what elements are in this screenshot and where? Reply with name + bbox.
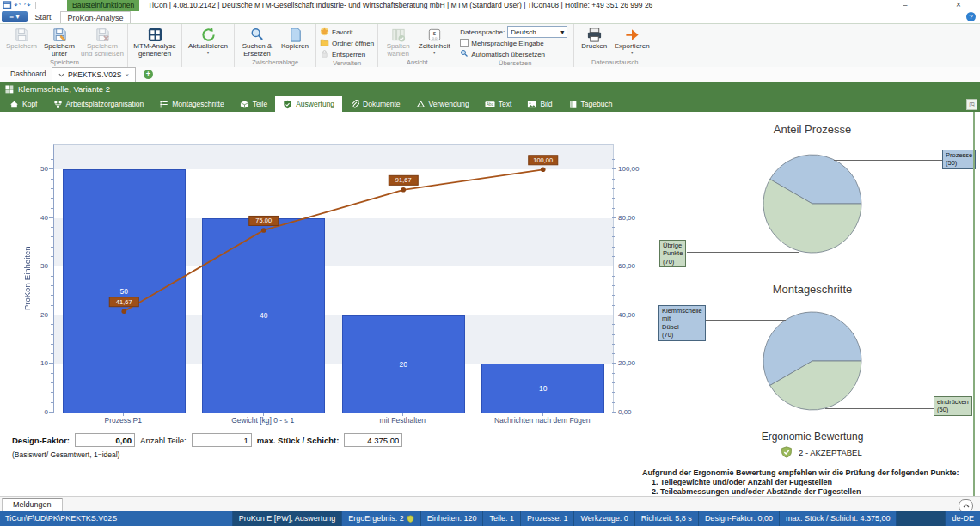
- tab-montageschritte[interactable]: Montageschritte: [151, 96, 231, 112]
- house-icon: [9, 100, 19, 109]
- ribbon-group-manage: Favorit Ordner öffnen Entsperren Verwalt…: [315, 24, 377, 67]
- max-per-shift-input[interactable]: [344, 433, 402, 447]
- axis-tick: [49, 168, 53, 169]
- tab-label: Kopf: [22, 100, 38, 108]
- group-label-save: Speichern: [5, 58, 124, 67]
- axis-tick: [49, 217, 53, 218]
- main-menu-button[interactable]: ≡ ▾: [2, 11, 28, 22]
- mtm-generate-button[interactable]: MTM-Analyse generieren: [132, 25, 178, 58]
- status-path: TiCon\F\UD\PK\PKEKTKS.V02S: [0, 511, 123, 526]
- time-unit-button[interactable]: s0.0 Zeiteinheit ▾: [416, 25, 452, 55]
- chevron-down-icon: [58, 73, 64, 77]
- axis-tick: [49, 315, 53, 315]
- tab-auswertung[interactable]: Auswertung: [275, 96, 342, 112]
- doc-tab-dashboard[interactable]: Dashboard: [0, 67, 57, 82]
- svg-text:75,00: 75,00: [255, 217, 272, 224]
- tab-teile[interactable]: Teile: [232, 96, 275, 112]
- doc-tab-active[interactable]: PKEKTKS.V02S ×: [52, 67, 136, 82]
- tab-text[interactable]: AbcText: [477, 96, 520, 112]
- unlock-button[interactable]: Entsperren: [320, 49, 374, 59]
- status-item: Einheiten: 120: [420, 511, 483, 526]
- chevron-down-icon: ▾: [433, 51, 436, 55]
- axis-tick: [51, 295, 53, 296]
- ribbon-tab-start[interactable]: Start: [28, 11, 58, 23]
- cumulative-line-chart: 41,6775,0091,67100,00: [54, 145, 613, 413]
- axis-tick: [612, 334, 615, 335]
- pie1-title: Anteil Prozesse: [726, 123, 898, 136]
- pie-label-klemmschelle: Klemmschelle mit Dübel (70): [658, 305, 706, 341]
- axis-tick: [612, 256, 615, 257]
- axis-tick: [51, 373, 53, 374]
- axis-tick: [612, 179, 615, 180]
- collapse-panel-icon[interactable]: [959, 499, 973, 512]
- save-as-button[interactable]: Speichern unter: [40, 25, 79, 58]
- add-tab-icon[interactable]: +: [144, 70, 153, 79]
- axis-tick: [51, 353, 53, 354]
- axis-tick: [612, 344, 615, 345]
- axis-tick: [51, 334, 53, 335]
- open-folder-button[interactable]: Ordner öffnen: [320, 38, 374, 48]
- parts-count-input[interactable]: [192, 433, 252, 447]
- axis-tick: [51, 344, 53, 345]
- tab-arbeitsplatzorganisation[interactable]: Arbeitsplatzorganisation: [46, 96, 152, 112]
- pie-chart-montageschritte: [761, 309, 864, 413]
- favorite-button[interactable]: Favorit: [320, 27, 374, 37]
- tab-kopf[interactable]: Kopf: [2, 96, 46, 112]
- auto-translate-button[interactable]: Automatisch übersetzen: [460, 49, 570, 59]
- axis-tick: [49, 363, 53, 364]
- axis-tick: [612, 392, 615, 393]
- axis-tick: [51, 247, 53, 248]
- axis-tick: [612, 305, 615, 306]
- recycle-icon: [416, 100, 426, 109]
- text-icon: Abc: [485, 100, 495, 109]
- panel-splitter[interactable]: [973, 112, 975, 496]
- save-close-button[interactable]: Speichern und schließen: [81, 25, 124, 58]
- design-factor-input[interactable]: [75, 433, 135, 447]
- export-button[interactable]: Exportieren ▾: [612, 25, 652, 55]
- axis-tick: 100,00: [618, 165, 639, 173]
- axis-tick: [612, 266, 616, 266]
- axis-tick: [612, 168, 616, 169]
- ribbon: Speichern Speichern unter Speichern und …: [0, 23, 980, 68]
- close-button[interactable]: ×: [949, 0, 968, 11]
- group-label-empty: [132, 58, 178, 67]
- axis-tick: [51, 236, 53, 237]
- shield-icon: [407, 515, 414, 523]
- detach-view-icon[interactable]: ◳: [966, 99, 977, 110]
- tab-dokumente[interactable]: Dokumente: [342, 96, 407, 112]
- language-label: Datensprache:: [460, 28, 505, 36]
- tab-bild[interactable]: Bild: [519, 96, 560, 112]
- print-button[interactable]: Drucken: [578, 25, 610, 51]
- restore-button[interactable]: [922, 0, 940, 11]
- document-tab-row: Dashboard PKEKTKS.V02S × +: [0, 67, 980, 82]
- axis-tick: [51, 305, 53, 306]
- copy-button[interactable]: Kopieren: [278, 25, 312, 51]
- axis-tick: [612, 382, 615, 383]
- axis-tick: 40: [28, 214, 48, 222]
- search-replace-button[interactable]: Suchen & Ersetzen: [238, 25, 276, 58]
- app-icon[interactable]: [3, 0, 12, 11]
- ribbon-group-exchange: Drucken Exportieren ▾ Datenaustausch: [573, 24, 655, 67]
- document-title: Klemmschelle, Variante 2: [18, 84, 110, 94]
- axis-tick: [612, 247, 615, 248]
- status-mode: ProKon E [PW], Auswertung: [232, 511, 342, 526]
- help-icon[interactable]: ?: [966, 12, 976, 21]
- leader-line: [834, 160, 942, 161]
- undo-icon[interactable]: ↶: [14, 0, 21, 11]
- status-fill: [896, 511, 945, 526]
- save-button[interactable]: Speichern: [5, 25, 38, 51]
- minimize-button[interactable]: –: [896, 0, 915, 11]
- ribbon-tab-prokon-analyse[interactable]: ProKon-Analyse: [60, 11, 131, 23]
- refresh-button[interactable]: Aktualisieren ▾: [186, 25, 230, 55]
- choose-columns-button[interactable]: Spalten wählen: [382, 25, 414, 58]
- redo-icon[interactable]: ↷: [24, 0, 31, 11]
- tab-label: Bild: [540, 100, 552, 108]
- axis-tick: [612, 188, 615, 189]
- tab-tagebuch[interactable]: Tagebuch: [560, 96, 621, 112]
- close-tab-icon[interactable]: ×: [125, 71, 129, 79]
- axis-tick: [51, 402, 53, 403]
- axis-tick: [49, 266, 53, 266]
- multilingual-checkbox[interactable]: [460, 39, 469, 47]
- language-select[interactable]: Deutsch▾: [507, 26, 567, 38]
- tab-verwendung[interactable]: Verwendung: [408, 96, 477, 112]
